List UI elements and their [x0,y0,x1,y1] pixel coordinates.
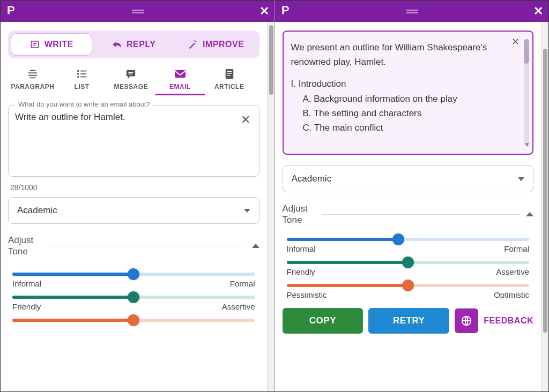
clear-prompt-icon[interactable]: ✕ [239,111,253,129]
close-icon[interactable]: ✕ [259,4,269,18]
left-panel: ✕ WRITE REPLY [1,1,275,391]
feedback-link[interactable]: FEEDBACK [484,316,533,326]
slider1-right: Formal [230,279,255,288]
mode-improve[interactable]: IMPROVE [176,34,256,55]
slider1-left: Informal [12,279,41,288]
output-text[interactable]: We present an outline for William Shakes… [291,40,525,135]
left-scrollbar[interactable] [267,22,274,391]
tab-article-label: ARTICLE [214,83,244,91]
output-section-head: I. Introduction [291,77,525,91]
mode-write[interactable]: WRITE [11,34,92,55]
tab-message-label: MESSAGE [114,83,149,91]
divider [322,214,520,215]
format-tabs: PARAGRAPH LIST MESSAGE EMAIL [8,68,259,95]
prompt-box[interactable]: What do you want to write an email about… [8,105,259,177]
globe-icon [461,315,472,327]
scrollbar-thumb[interactable] [543,49,547,333]
slider-informal-formal[interactable] [12,273,255,276]
action-row: COPY RETRY FEEDBACK [283,308,534,334]
slider-informal-formal[interactable] [287,238,530,241]
slider3-right: Optimistic [494,290,529,299]
output-close-icon[interactable]: ✕ [511,36,520,48]
slider-section: Informal Formal Friendly Assertive [283,229,534,299]
drag-handle-icon[interactable] [404,6,420,17]
drag-handle-icon[interactable] [130,6,146,17]
output-scrollbar[interactable]: ▼ [524,39,529,146]
output-bullet-c: C. The main conflict [303,120,525,135]
style-select[interactable]: Academic [283,165,534,192]
tab-list[interactable]: LIST [57,68,107,95]
right-panel: ✕ ✕ ▼ We present an outline for William … [275,1,549,391]
slider2-right: Assertive [496,267,529,276]
output-bullet-b: B. The setting and characters [303,106,525,120]
reply-icon [112,39,122,50]
tab-message[interactable]: MESSAGE [106,68,155,95]
right-content: ✕ ▼ We present an outline for William Sh… [275,22,541,391]
output-scroll-thumb[interactable] [524,39,529,64]
tab-paragraph[interactable]: PARAGRAPH [8,68,57,95]
language-button[interactable] [455,308,478,333]
improve-icon [188,39,198,50]
style-select[interactable]: Academic [8,197,259,224]
slider1-left: Informal [287,244,316,253]
scrollbar-thumb[interactable] [269,25,273,95]
list-icon [75,68,89,80]
write-icon [29,39,40,50]
slider2-left: Friendly [287,267,315,276]
tab-email-label: EMAIL [169,83,191,91]
svg-rect-2 [31,41,39,48]
adjust-label-2: Tone [8,246,33,257]
svg-point-12 [77,70,79,72]
char-counter: 28/1000 [10,183,259,192]
prompt-legend: What do you want to write an email about… [15,100,153,108]
adjust-tone-header: Adjust Tone [8,235,259,258]
collapse-caret-icon[interactable] [252,244,259,248]
prompt-text[interactable]: Write an outline for Hamlet. [15,111,233,170]
scroll-down-arrow-icon[interactable]: ▼ [524,141,529,148]
left-content: WRITE REPLY IMPROVE [1,22,267,391]
titlebar: ✕ [1,1,274,22]
panel-body: WRITE REPLY IMPROVE [1,22,274,391]
tab-email[interactable]: EMAIL [155,68,205,95]
chevron-down-icon [244,209,250,213]
mode-reply-label: REPLY [127,40,155,49]
output-bullet-a: A. Background information on the play [303,92,525,106]
svg-point-7 [194,40,195,41]
slider-pessimistic-optimistic[interactable] [12,319,255,322]
article-icon [222,68,236,80]
output-intro: We present an outline for William Shakes… [291,40,525,69]
svg-point-6 [197,43,198,44]
style-select-value: Academic [17,205,57,216]
slider-friendly-assertive[interactable] [12,296,255,299]
collapse-caret-icon[interactable] [526,212,533,216]
slider2-right: Assertive [222,302,255,311]
chevron-down-icon [518,177,524,181]
paragraph-icon [26,68,40,80]
slider-section: Informal Formal Friendly Assertive [8,261,259,322]
copy-button[interactable]: COPY [283,308,363,334]
adjust-label-1: Adjust [283,203,308,214]
output-box: ✕ ▼ We present an outline for William Sh… [283,31,534,155]
style-select-value: Academic [292,174,332,184]
app-logo [6,4,17,18]
retry-button[interactable]: RETRY [368,308,449,334]
divider [47,246,245,246]
svg-point-16 [77,76,79,78]
slider-pessimistic-optimistic[interactable] [287,284,530,287]
right-scrollbar[interactable] [541,22,548,391]
svg-rect-22 [225,69,233,79]
message-icon [124,68,138,80]
slider-friendly-assertive[interactable] [287,261,530,264]
adjust-label-2: Tone [283,214,308,225]
svg-rect-21 [175,70,186,78]
tab-article[interactable]: ARTICLE [205,68,254,95]
tab-list-label: LIST [75,83,90,91]
slider3-left: Pessimistic [287,290,327,299]
adjust-label-1: Adjust [8,235,33,246]
svg-point-5 [195,41,196,42]
mode-pill: WRITE REPLY IMPROVE [8,31,259,58]
close-icon[interactable]: ✕ [533,4,543,18]
mode-reply[interactable]: REPLY [94,34,174,55]
titlebar: ✕ [275,1,549,22]
mode-improve-label: IMPROVE [203,40,244,49]
